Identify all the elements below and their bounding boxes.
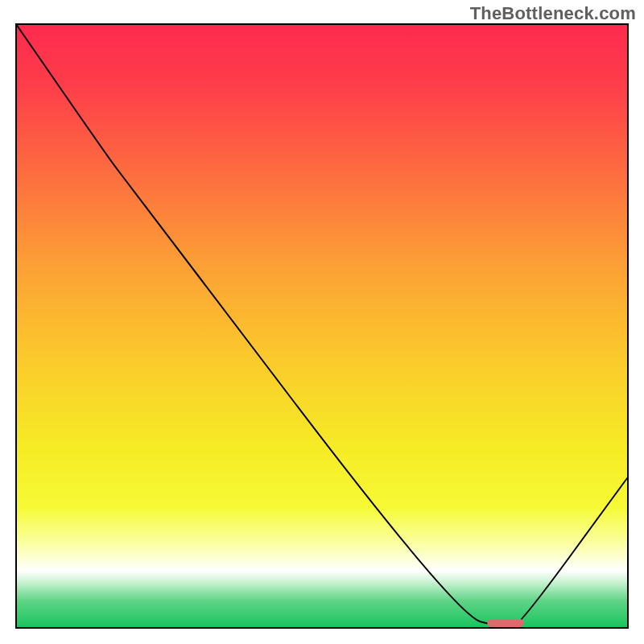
plot-background xyxy=(16,24,628,628)
optimal-range-marker xyxy=(487,619,524,627)
bottleneck-chart xyxy=(0,0,644,644)
watermark-text: TheBottleneck.com xyxy=(470,3,636,24)
